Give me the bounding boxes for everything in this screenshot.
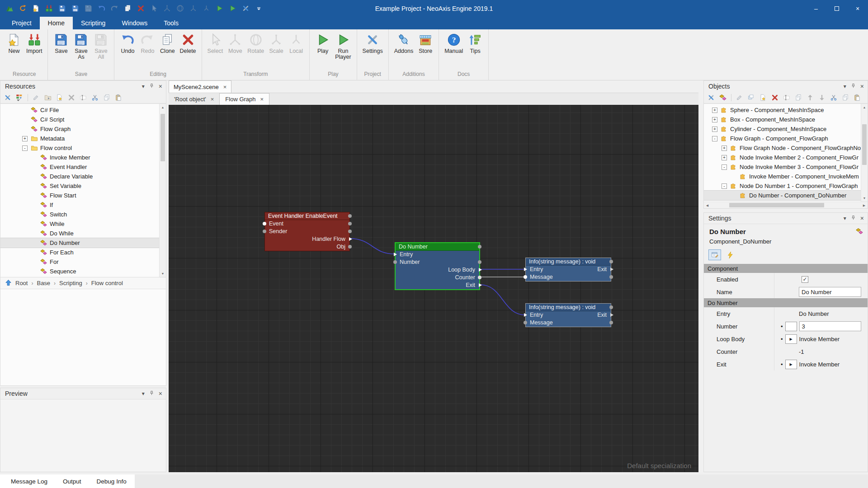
objects-arrow-down-button[interactable] [817, 93, 826, 102]
number-field[interactable]: 3 [799, 321, 861, 331]
input-pin[interactable] [524, 321, 527, 324]
statusbar-tab-output[interactable]: Output [63, 478, 81, 485]
qa-new-button[interactable] [31, 4, 41, 14]
qa-settings-button[interactable] [241, 4, 250, 14]
tree-item-flow-control[interactable]: -Flow control [0, 143, 166, 153]
scroll-left-arrow[interactable]: ◀ [704, 202, 711, 209]
panel-collapse-icon[interactable]: ▾ [844, 84, 846, 89]
resources-folder-go-button[interactable] [43, 93, 52, 102]
tree-item-box[interactable]: +Box - Component_MeshInSpace [704, 115, 861, 124]
menu-tab-tools[interactable]: Tools [156, 17, 187, 29]
resources-vertical-scrollbar[interactable]: ▲ ▼ [159, 104, 166, 277]
reference-button[interactable]: ▶ [785, 334, 797, 344]
collapse-icon[interactable]: - [22, 145, 28, 151]
document-tab-myscene2-scene[interactable]: MyScene2.scene× [169, 80, 231, 93]
menu-tab-home[interactable]: Home [40, 17, 73, 29]
tree-item-invoke-member[interactable]: Invoke Member [0, 153, 166, 162]
flow-wire[interactable] [480, 285, 525, 315]
view-tab-flow-graph[interactable]: Flow Graph× [219, 93, 269, 105]
output-pin[interactable] [610, 267, 613, 271]
collapse-icon[interactable]: - [722, 164, 727, 170]
tree-item-invoke-member[interactable]: Invoke Member - Component_InvokeMem [704, 172, 861, 181]
tree-item-event-handler[interactable]: Event Handler [0, 162, 166, 172]
tree-item-if[interactable]: If [0, 200, 166, 210]
resources-scissors-button[interactable] [90, 93, 99, 102]
reference-button[interactable]: ▶ [785, 360, 797, 369]
objects-paste-button[interactable] [853, 93, 862, 102]
input-pin[interactable] [394, 253, 397, 256]
output-pin[interactable] [609, 305, 613, 309]
tree-item-sequence[interactable]: Sequence [0, 267, 166, 276]
qa-save-as-button[interactable] [70, 4, 80, 14]
clone-button[interactable]: Clone [158, 32, 177, 55]
expand-icon[interactable]: + [712, 108, 717, 113]
tree-item-sphere[interactable]: +Sphere - Component_MeshInSpace [704, 105, 861, 115]
breadcrumb-item-base[interactable]: Base [37, 280, 50, 286]
flow-node-event-handler-enableevent[interactable]: Event Handler EnableEventEventSenderHand… [264, 212, 350, 251]
output-pin[interactable] [478, 276, 481, 279]
qa-save-button[interactable] [57, 4, 67, 14]
tab-close-icon[interactable]: × [211, 96, 214, 103]
tree-item-switch[interactable]: Switch [0, 210, 166, 219]
tree-item-set-variable[interactable]: Set Variable [0, 181, 166, 191]
qa-run-player-button[interactable] [227, 4, 237, 14]
menu-tab-scripting[interactable]: Scripting [73, 17, 113, 29]
objects-pencil-button[interactable] [735, 93, 744, 102]
resources-copy-button[interactable] [102, 93, 111, 102]
input-pin[interactable] [524, 275, 527, 279]
enabled-checkbox[interactable]: ✓ [802, 276, 808, 283]
flow-graph-canvas[interactable]: Default specialization Event Handler Ena… [169, 105, 698, 472]
input-pin[interactable] [263, 222, 266, 225]
breadcrumb-item-root[interactable]: Root [15, 280, 28, 286]
resources-wrench-button[interactable] [3, 93, 12, 102]
qa-import-button[interactable] [44, 4, 54, 14]
scroll-down-arrow[interactable]: ▼ [861, 195, 868, 202]
panel-pin-icon[interactable] [149, 390, 155, 397]
objects-horizontal-scrollbar[interactable]: ◀ ▶ [704, 202, 868, 208]
value-box[interactable] [785, 322, 797, 331]
close-button[interactable]: × [847, 0, 868, 17]
store-button[interactable]: Store [416, 32, 435, 55]
statusbar-tab-debug-info[interactable]: Debug Info [97, 478, 127, 485]
tree-item-metadata[interactable]: +Metadata [0, 134, 166, 143]
scrollbar-thumb[interactable] [160, 114, 165, 161]
breadcrumb-up-button[interactable] [5, 279, 12, 287]
objects-copy-button[interactable] [794, 93, 803, 102]
run-player-button[interactable]: Run Player [333, 32, 353, 61]
output-pin[interactable] [479, 283, 482, 287]
output-pin[interactable] [610, 313, 613, 317]
input-pin[interactable] [524, 313, 527, 317]
objects-vertical-scrollbar[interactable]: ▲ ▼ [861, 104, 868, 202]
objects-windows-button[interactable] [747, 93, 756, 102]
flow-node-do-number[interactable]: Do NumberEntryNumberLoop BodyCounterExit [395, 242, 480, 290]
tree-item-flow-start[interactable]: Flow Start [0, 191, 166, 200]
tree-item-flow-graph[interactable]: Flow Graph [0, 124, 166, 134]
breadcrumb-item-scripting[interactable]: Scripting [59, 280, 82, 286]
expand-icon[interactable]: + [722, 155, 727, 160]
maximize-button[interactable] [826, 0, 847, 17]
tree-item-c-script[interactable]: C# Script [0, 115, 166, 124]
tree-item-do-number[interactable]: Do Number - Component_DoNumber [704, 191, 861, 200]
collapse-icon[interactable]: - [722, 183, 727, 189]
events-view-button[interactable] [724, 249, 736, 260]
undo-button[interactable]: Undo [118, 32, 137, 55]
scroll-right-arrow[interactable]: ▶ [861, 202, 868, 209]
output-pin[interactable] [348, 230, 352, 233]
statusbar-tab-message-log[interactable]: Message Log [11, 478, 47, 485]
panel-pin-icon[interactable] [149, 83, 155, 90]
tab-close-icon[interactable]: × [223, 84, 227, 90]
objects-copy-button[interactable] [841, 93, 850, 102]
panel-close-icon[interactable]: × [860, 84, 864, 89]
scrollbar-thumb[interactable] [729, 203, 824, 207]
objects-page-star-button[interactable] [759, 93, 768, 102]
scroll-up-arrow[interactable]: ▲ [160, 104, 166, 111]
addons-button[interactable]: Addons [392, 32, 415, 55]
flow-node-info-string-message-void[interactable]: Info(string message) : voidEntryExitMess… [525, 258, 611, 282]
tree-item-declare-variable[interactable]: Declare Variable [0, 172, 166, 181]
tree-item-node-invoke-member-3[interactable]: -Node Invoke Member 3 - Component_FlowGr [704, 162, 861, 172]
output-pin[interactable] [478, 245, 481, 249]
tab-close-icon[interactable]: × [260, 96, 264, 103]
resources-page-star-button[interactable] [55, 93, 64, 102]
panel-pin-icon[interactable] [850, 83, 856, 90]
output-pin[interactable] [348, 214, 352, 218]
